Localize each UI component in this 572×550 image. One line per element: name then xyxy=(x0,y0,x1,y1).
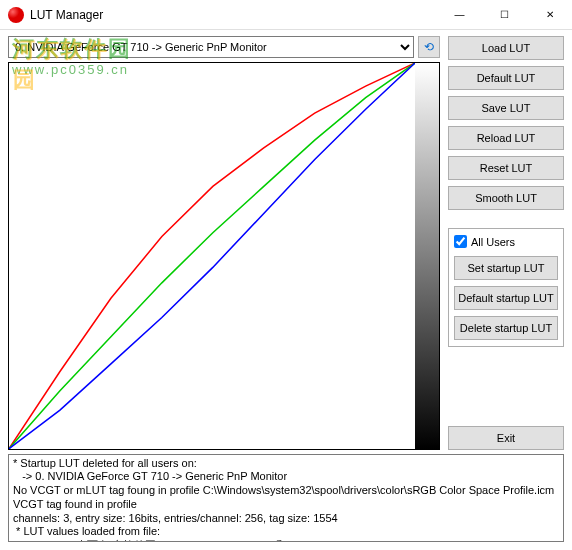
maximize-button[interactable]: ☐ xyxy=(482,0,527,30)
reload-lut-button[interactable]: Reload LUT xyxy=(448,126,564,150)
window-controls: — ☐ ✕ xyxy=(437,0,572,30)
device-select[interactable]: 0. NVIDIA GeForce GT 710 -> Generic PnP … xyxy=(8,36,414,58)
allusers-checkbox[interactable] xyxy=(454,235,467,248)
save-lut-button[interactable]: Save LUT xyxy=(448,96,564,120)
minimize-button[interactable]: — xyxy=(437,0,482,30)
allusers-checkbox-row[interactable]: All Users xyxy=(454,235,558,248)
lut-chart-svg xyxy=(9,63,415,449)
window-title: LUT Manager xyxy=(30,8,103,22)
allusers-group: All Users Set startup LUT Default startu… xyxy=(448,228,564,347)
app-icon xyxy=(8,7,24,23)
set-startup-lut-button[interactable]: Set startup LUT xyxy=(454,256,558,280)
smooth-lut-button[interactable]: Smooth LUT xyxy=(448,186,564,210)
default-lut-button[interactable]: Default LUT xyxy=(448,66,564,90)
reset-lut-button[interactable]: Reset LUT xyxy=(448,156,564,180)
default-startup-lut-button[interactable]: Default startup LUT xyxy=(454,286,558,310)
close-button[interactable]: ✕ xyxy=(527,0,572,30)
gradient-strip xyxy=(415,63,439,449)
exit-button[interactable]: Exit xyxy=(448,426,564,450)
delete-startup-lut-button[interactable]: Delete startup LUT xyxy=(454,316,558,340)
allusers-label: All Users xyxy=(471,236,515,248)
refresh-button[interactable]: ⟲ xyxy=(418,36,440,58)
titlebar: LUT Manager — ☐ ✕ xyxy=(0,0,572,30)
load-lut-button[interactable]: Load LUT xyxy=(448,36,564,60)
lut-chart xyxy=(8,62,440,450)
log-panel[interactable]: * Startup LUT deleted for all users on: … xyxy=(8,454,564,542)
refresh-icon: ⟲ xyxy=(424,40,434,54)
